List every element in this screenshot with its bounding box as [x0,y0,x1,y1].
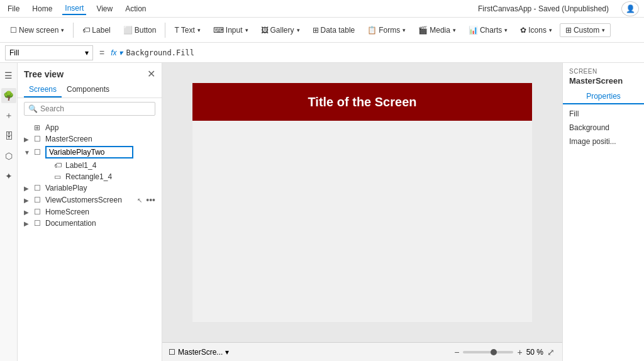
custom-button[interactable]: ⊞ Custom ▾ [560,23,611,37]
fx-chevron-icon: ▾ [119,48,123,57]
menu-bar: File Home Insert View Action FirstCanvas… [0,0,644,18]
tree-item-homescreen[interactable]: ▶ ☐ HomeScreen [18,206,162,218]
tree-item-rename-input[interactable] [45,146,133,158]
user-avatar[interactable]: 👤 [621,1,639,16]
monitor-icon[interactable]: ⬡ [1,148,16,164]
new-screen-chevron-icon: ▾ [61,27,64,33]
props-fill[interactable]: Fill [569,109,638,118]
gallery-button[interactable]: 🖼 Gallery ▾ [256,23,305,37]
props-image-position[interactable]: Image positi... [569,137,638,146]
menu-insert[interactable]: Insert [62,3,86,15]
props-tab-properties[interactable]: Properties [563,89,644,104]
screen-selector[interactable]: ☐ MasterScre... ▾ [169,348,229,357]
zoom-in-button[interactable]: + [516,346,523,358]
add-icon[interactable]: ＋ [1,108,16,123]
props-background[interactable]: Background [569,123,638,132]
formula-equals: = [97,48,107,58]
documentation-icon: ☐ [34,219,43,228]
canvas-area: Title of the Screen ☐ MasterScre... ▾ − … [162,63,562,361]
screen-selector-label: MasterScre... [178,348,223,357]
label-icon: 🏷 [82,26,90,35]
custom-icon: ⊞ [565,26,572,35]
input-button[interactable]: ⌨ Input ▾ [208,23,253,37]
menu-home[interactable]: Home [30,3,55,14]
data-icon[interactable]: 🗄 [1,128,16,143]
masterscreen-label: MasterScreen [45,135,155,143]
tree-item-variableplaytwo[interactable]: ▼ ☐ [18,145,162,160]
tree-title: Tree view [24,69,64,79]
tree-item-label1-4[interactable]: 🏷 Label1_4 [18,160,162,171]
formula-content[interactable]: Background.Fill [126,48,194,57]
formula-fx-button[interactable]: fx ▾ [111,48,122,57]
gallery-icon: 🖼 [261,26,269,35]
data-table-icon: ⊞ [313,26,319,35]
forms-chevron-icon: ▾ [402,27,406,33]
icons-button[interactable]: ✿ Icons ▾ [515,23,557,37]
tab-screens[interactable]: Screens [24,82,62,97]
zoom-out-button[interactable]: − [453,346,460,358]
tab-components[interactable]: Components [62,82,114,97]
viewcustomers-icon: ☐ [34,196,43,204]
menu-action[interactable]: Action [123,3,148,14]
button-icon: ⬜ [123,26,133,35]
tree-view-icon[interactable]: 🌳 [1,88,16,103]
variableplay-label: VariablePlay [45,184,155,192]
new-screen-button[interactable]: ☐ New screen ▾ [5,23,69,37]
hamburger-icon[interactable]: ☰ [1,68,16,83]
gallery-chevron-icon: ▾ [297,27,300,33]
variable-icon[interactable]: ✦ [1,169,16,184]
property-dropdown[interactable]: Fill ▾ [5,45,93,60]
icons-chevron-icon: ▾ [549,27,552,33]
homescreen-label: HomeScreen [45,208,155,216]
tree-close-button[interactable]: ✕ [147,68,155,80]
forms-icon: 📋 [367,26,377,35]
menu-view[interactable]: View [94,3,115,14]
zoom-slider-thumb[interactable] [491,349,497,355]
canvas-title-text: Title of the Screen [308,95,416,109]
zoom-level-label: 50 % [526,348,543,357]
menu-file[interactable]: File [5,3,22,14]
canvas-content: Title of the Screen [162,63,562,342]
media-button[interactable]: 🎬 Media ▾ [413,23,461,37]
icons-icon: ✿ [520,26,526,35]
masterscreen-icon: ☐ [34,135,43,143]
media-icon: 🎬 [418,26,428,35]
tree-item-viewcustomersscreen[interactable]: ▶ ☐ ViewCustomersScreen ↖ ••• [18,194,162,206]
props-screen-label: SCREEN [563,63,644,76]
tree-header: Tree view ✕ [18,63,162,82]
more-options-icon[interactable]: ••• [146,195,155,205]
properties-panel: SCREEN MasterScreen Properties Fill Back… [562,63,644,361]
tree-search-container: 🔍 [24,102,155,116]
new-screen-label: New screen [19,26,58,35]
canvas-zoom-controls: − + 50 % ⤢ [453,346,556,358]
canvas-screen[interactable]: Title of the Screen [192,83,532,322]
button-button[interactable]: ⬜ Button [118,23,162,37]
label-button[interactable]: 🏷 Label [77,23,115,37]
toolbar-separator-1 [73,23,74,38]
tree-item-variableplay[interactable]: ▶ ☐ VariablePlay [18,182,162,194]
tree-item-rectangle1-4[interactable]: ▭ Rectangle1_4 [18,171,162,182]
canvas-title-bar: Title of the Screen [192,83,532,121]
charts-icon: 📊 [469,26,478,35]
property-dropdown-chevron-icon: ▾ [85,48,89,57]
variableplay-chevron-icon: ▶ [24,185,31,192]
tree-item-app[interactable]: ⊞ App [18,122,162,133]
variableplaytwo-icon: ☐ [34,148,43,157]
screen-selector-icon: ☐ [169,348,175,357]
main-area: ☰ 🌳 ＋ 🗄 ⬡ ✦ Tree view ✕ Screens Componen… [0,63,644,361]
canvas-bottom-bar: ☐ MasterScre... ▾ − + 50 % ⤢ [162,342,562,361]
forms-button[interactable]: 📋 Forms ▾ [362,23,411,37]
text-button[interactable]: T Text ▾ [169,23,205,37]
documentation-label: Documentation [45,219,155,228]
props-screen-name: MasterScreen [563,76,644,89]
tree-item-documentation[interactable]: ▶ ☐ Documentation [18,218,162,229]
data-table-button[interactable]: ⊞ Data table [308,23,360,37]
text-chevron-icon: ▾ [197,27,201,33]
masterscreen-chevron-icon: ▶ [24,136,31,143]
charts-button[interactable]: 📊 Charts ▾ [464,23,513,37]
label1-4-label: Label1_4 [65,161,155,170]
tree-search-input[interactable] [40,104,151,113]
tree-item-masterscreen[interactable]: ▶ ☐ MasterScreen [18,133,162,145]
fit-screen-button[interactable]: ⤢ [546,346,556,358]
zoom-slider[interactable] [463,351,513,353]
